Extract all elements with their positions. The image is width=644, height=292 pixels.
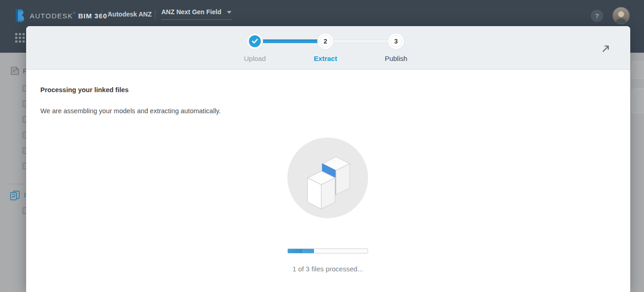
step-number: 2	[324, 38, 327, 45]
background-button-ghost	[632, 61, 644, 79]
dialog-title: Processing your linked files	[40, 86, 129, 94]
step-label-upload: Upload	[223, 55, 287, 62]
progress-bar	[287, 248, 368, 253]
user-avatar[interactable]	[612, 7, 630, 24]
brand-text: AUTODESK®BIM 360®	[30, 12, 110, 20]
account-name: Autodesk ANZ	[108, 11, 152, 18]
apps-grid-icon[interactable]	[15, 33, 25, 43]
model-illustration	[287, 138, 368, 218]
expand-dialog-button[interactable]	[600, 43, 612, 55]
header-divider	[102, 10, 102, 19]
step-label-publish: Publish	[364, 55, 428, 62]
bim360-logo[interactable]: AUTODESK®BIM 360®	[14, 7, 110, 24]
project-switcher[interactable]: ANZ Next Gen Field	[161, 8, 231, 20]
stepper-connector-pending	[325, 39, 396, 43]
expand-arrow-icon	[601, 44, 611, 53]
bim360-b-icon	[14, 9, 26, 22]
person-icon	[615, 10, 627, 23]
sidebar-divider	[6, 184, 26, 184]
chevron-down-icon	[227, 11, 231, 14]
processing-dialog: 2 3 Upload Extract Publish Processing yo…	[26, 26, 630, 292]
project-name: ANZ Next Gen Field	[161, 8, 221, 16]
progress-caption: 1 of 3 files processed...	[259, 265, 396, 273]
stepper-connector-complete	[255, 39, 325, 43]
progress-bar-fill	[288, 249, 314, 253]
step-number: 3	[394, 38, 398, 45]
reports-icon[interactable]	[9, 190, 21, 203]
background-button-ghost	[632, 88, 644, 113]
help-button[interactable]: ?	[591, 10, 603, 22]
dialog-subtitle: We are assembling your models and extrac…	[40, 107, 221, 115]
cubes-icon	[287, 138, 368, 218]
header-divider	[155, 10, 155, 19]
stepper: 2 3 Upload Extract Publish	[26, 26, 630, 70]
step-publish-indicator: 3	[390, 35, 402, 47]
document-icon[interactable]	[10, 66, 20, 77]
check-icon	[252, 39, 258, 44]
step-label-extract: Extract	[293, 55, 358, 62]
step-upload-indicator	[249, 35, 261, 47]
help-icon: ?	[595, 12, 599, 20]
step-extract-indicator: 2	[319, 35, 331, 47]
